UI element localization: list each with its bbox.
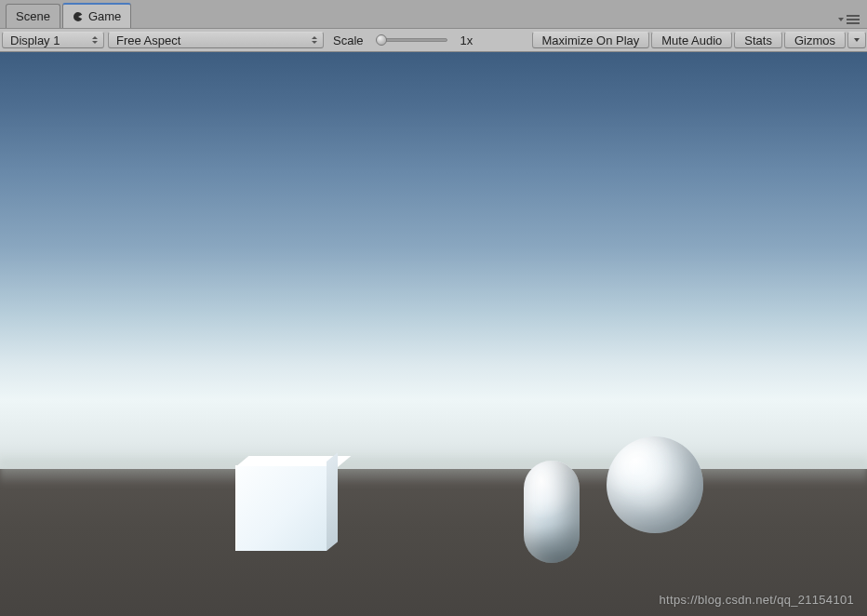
game-icon bbox=[73, 11, 84, 22]
horizon bbox=[0, 458, 867, 486]
scale-slider-thumb[interactable] bbox=[376, 34, 387, 46]
aspect-dropdown-label: Free Aspect bbox=[116, 33, 180, 47]
maximize-on-play-button[interactable]: Maximize On Play bbox=[532, 32, 650, 48]
aspect-dropdown[interactable]: Free Aspect bbox=[108, 32, 324, 48]
gizmos-button[interactable]: Gizmos bbox=[784, 32, 846, 48]
sphere-object bbox=[607, 436, 703, 533]
dropdown-icon bbox=[838, 18, 844, 21]
updown-icon bbox=[92, 36, 98, 44]
game-viewport[interactable]: https://blog.csdn.net/qq_21154101 bbox=[0, 52, 867, 616]
cube-object bbox=[235, 456, 338, 551]
mute-audio-label: Mute Audio bbox=[661, 33, 722, 47]
display-dropdown[interactable]: Display 1 bbox=[2, 32, 104, 48]
tab-strip: Scene Game bbox=[0, 0, 867, 28]
stats-button[interactable]: Stats bbox=[734, 32, 782, 48]
tab-scene[interactable]: Scene bbox=[6, 4, 60, 28]
scale-slider-track bbox=[379, 38, 447, 42]
gizmos-label: Gizmos bbox=[794, 33, 835, 47]
stats-label: Stats bbox=[744, 33, 772, 47]
tab-game[interactable]: Game bbox=[62, 3, 131, 28]
skybox bbox=[0, 52, 867, 487]
panel-menu[interactable] bbox=[838, 15, 860, 24]
hamburger-icon bbox=[847, 15, 860, 24]
watermark-text: https://blog.csdn.net/qq_21154101 bbox=[660, 593, 854, 607]
display-dropdown-label: Display 1 bbox=[10, 33, 60, 47]
capsule-object bbox=[524, 461, 580, 563]
toolbar-spacer bbox=[482, 29, 530, 51]
maximize-on-play-label: Maximize On Play bbox=[542, 33, 640, 47]
updown-icon bbox=[312, 36, 317, 44]
gizmos-dropdown-button[interactable] bbox=[847, 32, 866, 48]
tab-game-label: Game bbox=[88, 9, 121, 23]
scale-value: 1x bbox=[459, 29, 483, 51]
mute-audio-button[interactable]: Mute Audio bbox=[651, 32, 732, 48]
scale-slider[interactable] bbox=[367, 29, 459, 51]
tab-scene-label: Scene bbox=[16, 9, 50, 23]
chevron-down-icon bbox=[854, 38, 860, 42]
game-toolbar: Display 1 Free Aspect Scale 1x Maximize … bbox=[0, 28, 867, 52]
scale-label: Scale bbox=[326, 29, 367, 51]
